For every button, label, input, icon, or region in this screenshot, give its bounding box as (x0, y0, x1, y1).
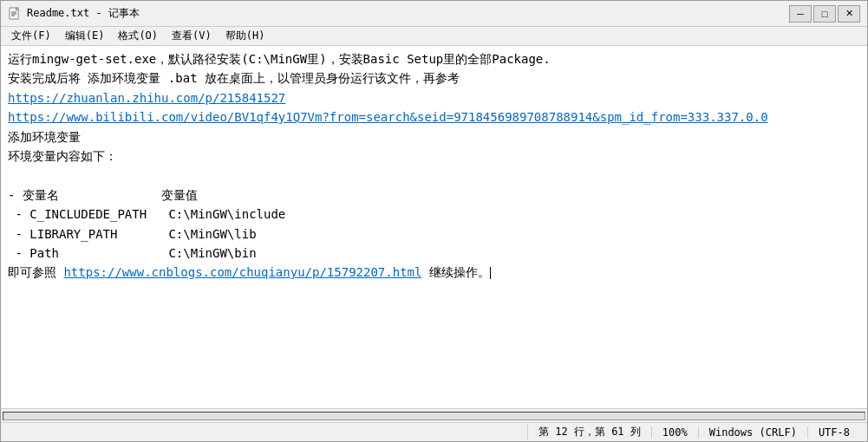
maximize-button[interactable]: □ (813, 5, 836, 23)
text-cursor (490, 267, 491, 279)
encoding: UTF-8 (807, 426, 860, 439)
zoom-level: 100% (651, 426, 698, 439)
menu-edit[interactable]: 编辑(E) (58, 27, 112, 45)
window-controls: ─ □ ✕ (789, 5, 860, 23)
line-ending: Windows (CRLF) (698, 426, 807, 439)
svg-rect-1 (16, 8, 18, 10)
horizontal-scrollbar[interactable] (1, 408, 867, 422)
cursor-position: 第 12 行，第 61 列 (527, 425, 651, 439)
menu-view[interactable]: 查看(V) (165, 27, 219, 45)
window-title: Readme.txt - 记事本 (27, 6, 789, 21)
minimize-button[interactable]: ─ (789, 5, 812, 23)
link-zhihu[interactable]: https://zhuanlan.zhihu.com/p/215841527 (8, 91, 285, 105)
menu-help[interactable]: 帮助(H) (219, 27, 272, 45)
link-cnblogs[interactable]: https://www.cnblogs.com/chuqianyu/p/1579… (63, 265, 421, 279)
menu-bar: 文件(F) 编辑(E) 格式(O) 查看(V) 帮助(H) (1, 27, 867, 46)
title-bar: Readme.txt - 记事本 ─ □ ✕ (1, 1, 867, 27)
editor-area[interactable]: 运行mingw-get-set.exe，默认路径安装(C:\MinGW里)，安装… (1, 46, 867, 408)
menu-format[interactable]: 格式(O) (111, 27, 165, 45)
link-bilibili[interactable]: https://www.bilibili.com/video/BV1qf4y1Q… (8, 110, 768, 124)
main-window: Readme.txt - 记事本 ─ □ ✕ 文件(F) 编辑(E) 格式(O)… (0, 0, 868, 442)
text-editor[interactable]: 运行mingw-get-set.exe，默认路径安装(C:\MinGW里)，安装… (1, 46, 867, 408)
close-button[interactable]: ✕ (838, 5, 860, 23)
scrollbar-track[interactable] (3, 412, 865, 420)
app-icon (8, 7, 22, 21)
status-bar: 第 12 行，第 61 列 100% Windows (CRLF) UTF-8 (1, 422, 867, 441)
menu-file[interactable]: 文件(F) (4, 27, 58, 45)
